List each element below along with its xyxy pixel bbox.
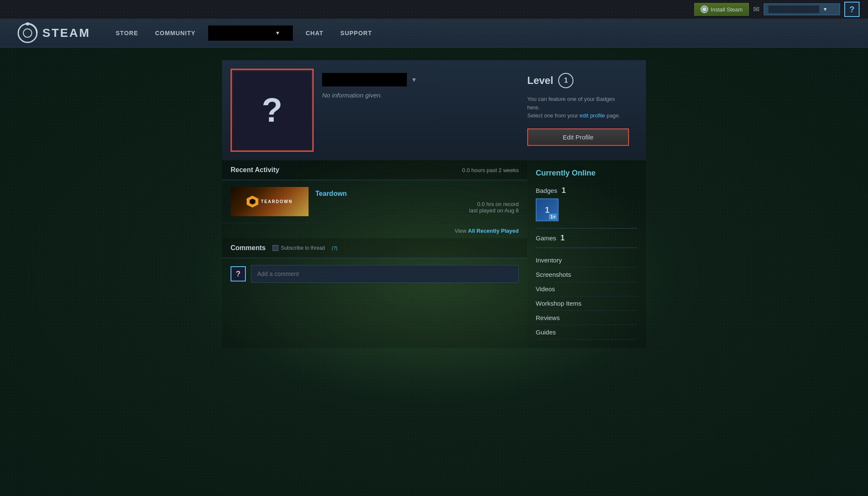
badges-section: Badges 1 1 1+ (536, 186, 637, 221)
recent-activity-header: Recent Activity 0.0 hours past 2 weeks (222, 160, 527, 180)
steam-icon (701, 6, 708, 13)
username-redacted (768, 6, 819, 13)
badge-plus-icon: 1+ (549, 214, 557, 220)
nav-username-dropdown[interactable]: ▼ (208, 25, 293, 41)
main-wrapper: ? ▼ No information given. Level 1 Y (0, 47, 868, 496)
view-all-link-text: All Recently Played (468, 228, 519, 234)
edit-profile-link-inline[interactable]: edit profile (580, 112, 605, 119)
nav-username-text (221, 29, 272, 37)
help-label: ? (849, 5, 854, 14)
activity-item: TEARDOWN Teardown 0.0 hrs on record last… (222, 180, 527, 223)
games-title-row: Games 1 (536, 234, 637, 242)
comments-header: Comments Subscribe to thread (?) (222, 238, 527, 258)
comment-input-field[interactable] (251, 265, 519, 283)
help-button[interactable]: ? (844, 2, 860, 17)
profile-level-label: Level (527, 75, 553, 86)
topbar: Install Steam ✉ ▼ ? (0, 0, 868, 19)
mail-icon[interactable]: ✉ (753, 5, 760, 14)
steam-logo-icon (17, 22, 38, 44)
profile-body: Recent Activity 0.0 hours past 2 weeks T… (222, 160, 646, 348)
teardown-logo: TEARDOWN (247, 196, 293, 208)
recent-activity-hours-summary: 0.0 hours past 2 weeks (462, 167, 519, 173)
content-container: ? ▼ No information given. Level 1 Y (222, 60, 646, 493)
commenter-avatar-symbol: ? (236, 270, 241, 279)
username-dropdown[interactable]: ▼ (764, 3, 840, 15)
profile-username-row: ▼ (322, 73, 510, 86)
nav-store[interactable]: STORE (107, 19, 147, 47)
game-hours-record: 0.0 hrs on record last played on Aug 8 (315, 201, 519, 214)
steam-logo-text: STEAM (42, 26, 90, 40)
profile-avatar-wrapper[interactable]: ? (231, 69, 314, 152)
comments-title: Comments (231, 244, 266, 252)
game-thumbnail[interactable]: TEARDOWN (231, 187, 309, 216)
subscribe-label[interactable]: Subscribe to thread (273, 245, 325, 251)
subscribe-checkbox[interactable] (273, 245, 278, 251)
navbar: STEAM STORE COMMUNITY ▼ CHAT SUPPORT (0, 19, 868, 47)
nav-chat[interactable]: CHAT (297, 19, 332, 47)
nav-support[interactable]: SUPPORT (332, 19, 381, 47)
profile-avatar: ? (233, 71, 311, 149)
install-steam-button[interactable]: Install Steam (694, 3, 749, 16)
nav-links: STORE COMMUNITY ▼ CHAT SUPPORT (107, 19, 851, 47)
profile-sidebar: Currently Online Badges 1 1 1+ Games (527, 160, 646, 348)
badge-number: 1 (545, 205, 549, 215)
activity-game-info: Teardown 0.0 hrs on record last played o… (315, 190, 519, 214)
avatar-symbol: ? (262, 93, 283, 127)
subscribe-help-icon[interactable]: (?) (332, 245, 337, 251)
comment-input-row: ? (222, 258, 527, 290)
sidebar-link-guides[interactable]: Guides (536, 325, 637, 340)
online-status: Currently Online (536, 169, 637, 178)
profile-no-info: No information given. (322, 92, 382, 99)
nav-community[interactable]: COMMUNITY (147, 19, 204, 47)
nav-dropdown-arrow-icon: ▼ (275, 30, 280, 36)
badges-title-row: Badges 1 (536, 186, 637, 195)
install-steam-label: Install Steam (711, 6, 743, 13)
profile-level-badge: 1 (558, 73, 573, 88)
svg-point-1 (23, 29, 32, 37)
subscribe-text: Subscribe to thread (281, 245, 325, 251)
recent-activity-title: Recent Activity (231, 166, 279, 174)
badge-image[interactable]: 1 1+ (536, 198, 559, 221)
badges-count: 1 (562, 186, 566, 195)
games-section: Games 1 (536, 234, 637, 242)
sidebar-divider-2 (536, 248, 637, 248)
last-played: last played on Aug 8 (315, 207, 519, 214)
games-label: Games (536, 234, 556, 242)
profile-level-value: 1 (564, 77, 568, 84)
view-all-recently-played-link[interactable]: View All Recently Played (454, 228, 519, 234)
profile-username-redacted (322, 73, 407, 86)
profile-main: Recent Activity 0.0 hours past 2 weeks T… (222, 160, 527, 348)
games-count: 1 (560, 234, 565, 242)
profile-level-row: Level 1 (527, 73, 629, 88)
steam-logo[interactable]: STEAM (17, 22, 90, 44)
hrs-on-record: 0.0 hrs on record (315, 201, 519, 207)
badges-label: Badges (536, 187, 557, 194)
profile-right: Level 1 You can feature one of your Badg… (519, 69, 637, 150)
edit-profile-button[interactable]: Edit Profile (527, 128, 629, 146)
teardown-image: TEARDOWN (231, 187, 309, 216)
dropdown-arrow-icon: ▼ (823, 6, 828, 12)
profile-info: ▼ No information given. (322, 69, 510, 99)
profile-badge-info: You can feature one of your Badges here.… (527, 95, 629, 120)
profile-header: ? ▼ No information given. Level 1 Y (222, 60, 646, 160)
game-title-link[interactable]: Teardown (315, 190, 519, 198)
view-all-row: View All Recently Played (222, 223, 527, 238)
sidebar-link-screenshots[interactable]: Screenshots (536, 268, 637, 282)
sidebar-link-inventory[interactable]: Inventory (536, 253, 637, 268)
sidebar-link-videos[interactable]: Videos (536, 282, 637, 296)
sidebar-link-reviews[interactable]: Reviews (536, 311, 637, 325)
teardown-hex-inner (250, 199, 256, 205)
sidebar-divider-1 (536, 228, 637, 228)
commenter-avatar: ? (231, 266, 246, 281)
teardown-text: TEARDOWN (261, 199, 293, 204)
profile-username-dropdown-icon[interactable]: ▼ (411, 76, 417, 83)
comments-section: Comments Subscribe to thread (?) ? (222, 238, 527, 290)
sidebar-link-workshop-items[interactable]: Workshop Items (536, 296, 637, 311)
svg-point-2 (26, 22, 29, 25)
teardown-hex-icon (247, 196, 259, 208)
